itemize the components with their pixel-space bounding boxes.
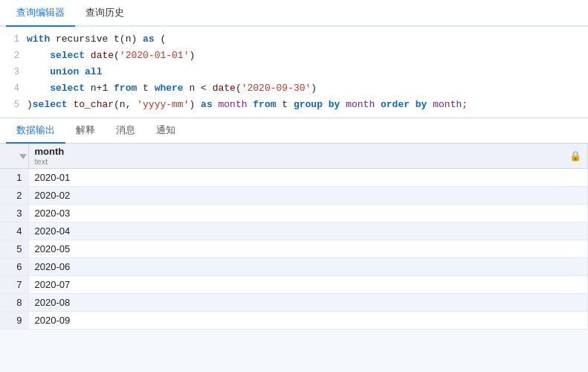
- lock-icon: 🔒: [569, 150, 581, 161]
- code-token: from: [253, 99, 276, 110]
- row-number: 6: [0, 258, 28, 276]
- code-token: ): [311, 83, 317, 94]
- tab-query-editor[interactable]: 查询编辑器: [6, 1, 75, 27]
- row-number: 4: [0, 222, 28, 240]
- code-token: recursive t(n): [50, 33, 143, 45]
- table-cell-month: 2020-02: [28, 187, 588, 205]
- code-line-2: 2 select date('2020-01-01'): [0, 48, 588, 64]
- table-cell-month: 2020-09: [28, 312, 588, 330]
- code-token: (: [155, 33, 167, 45]
- row-number: 2: [0, 187, 28, 205]
- table-row: 72020-07: [0, 276, 588, 294]
- code-token: date: [91, 50, 114, 61]
- row-number: 9: [0, 312, 28, 330]
- top-tab-bar: 查询编辑器 查询历史: [0, 0, 588, 27]
- table-row: 32020-03: [0, 205, 588, 222]
- line-number: 1: [0, 31, 27, 48]
- column-type: text: [35, 157, 65, 166]
- code-line-3: 3 union all: [0, 64, 588, 80]
- code-token: (: [114, 50, 120, 61]
- column-name: month: [35, 146, 65, 157]
- code-line-4: 4 select n+1 from t where n < date('2020…: [0, 80, 588, 97]
- code-token: date: [213, 83, 236, 94]
- code-token: select: [33, 99, 68, 110]
- table-cell-month: 2020-05: [28, 240, 588, 258]
- code-token: t: [277, 99, 294, 110]
- table-row: 52020-05: [0, 240, 588, 258]
- code-text: select date('2020-01-01'): [27, 48, 195, 64]
- table-cell-month: 2020-07: [28, 276, 588, 294]
- row-number: 7: [0, 276, 28, 294]
- code-token: all: [85, 66, 102, 77]
- sql-editor[interactable]: 1with recursive t(n) as (2 select date('…: [0, 27, 588, 118]
- row-number: 5: [0, 240, 28, 258]
- code-token: ): [27, 99, 33, 110]
- table-row: 82020-08: [0, 294, 588, 312]
- code-token: t: [137, 83, 154, 94]
- code-token: [79, 66, 85, 77]
- table-cell-month: 2020-06: [28, 258, 588, 276]
- code-token: to_char: [73, 99, 114, 110]
- column-header-month[interactable]: monthtext🔒: [28, 144, 588, 169]
- line-number: 5: [0, 97, 27, 113]
- code-token: with: [27, 33, 50, 45]
- tab-data-output[interactable]: 数据输出: [6, 119, 65, 144]
- bottom-tab-bar: 数据输出 解释 消息 通知: [0, 118, 588, 144]
- line-number: 3: [0, 64, 27, 80]
- code-token: ): [189, 50, 195, 61]
- code-token: (: [236, 83, 242, 94]
- table-cell-month: 2020-03: [28, 205, 588, 222]
- line-number: 4: [0, 80, 27, 97]
- row-number: 8: [0, 294, 28, 312]
- code-token: 'yyyy-mm': [137, 99, 189, 110]
- code-line-1: 1with recursive t(n) as (: [0, 31, 588, 48]
- code-token: n <: [184, 83, 213, 94]
- row-num-header: [0, 144, 28, 169]
- code-token: [85, 50, 91, 61]
- table-cell-month: 2020-01: [28, 169, 588, 187]
- code-text: union all: [27, 64, 102, 80]
- tab-query-history[interactable]: 查询历史: [75, 1, 135, 27]
- code-token: [323, 99, 329, 110]
- code-token: month;: [427, 99, 468, 110]
- code-token: select: [27, 50, 85, 61]
- row-number: 1: [0, 169, 28, 187]
- table-row: 42020-04: [0, 222, 588, 240]
- code-token: month: [340, 99, 381, 110]
- code-line-5: 5)select to_char(n, 'yyyy-mm') as month …: [0, 97, 588, 113]
- table-row: 22020-02: [0, 187, 588, 205]
- code-text: select n+1 from t where n < date('2020-0…: [27, 80, 317, 97]
- code-token: by: [416, 99, 427, 110]
- code-text: with recursive t(n) as (: [27, 31, 166, 48]
- code-text: )select to_char(n, 'yyyy-mm') as month f…: [27, 97, 468, 113]
- code-token: '2020-01-01': [120, 50, 190, 61]
- code-token: as: [143, 33, 155, 45]
- code-token: month: [213, 99, 253, 110]
- tab-notifications[interactable]: 通知: [146, 119, 186, 144]
- code-token: (n,: [114, 99, 137, 110]
- table-cell-month: 2020-04: [28, 222, 588, 240]
- tab-explain[interactable]: 解释: [65, 119, 106, 144]
- code-token: from: [114, 83, 137, 94]
- data-output-panel: monthtext🔒12020-0122020-0232020-0342020-…: [0, 144, 588, 372]
- table-row: 92020-09: [0, 312, 588, 330]
- code-token: ): [189, 99, 201, 110]
- table-row: 62020-06: [0, 258, 588, 276]
- tab-messages[interactable]: 消息: [106, 119, 146, 144]
- line-number: 2: [0, 48, 27, 64]
- code-token: [410, 99, 416, 110]
- code-token: order: [381, 99, 410, 110]
- code-token: as: [201, 99, 213, 110]
- code-token: select: [27, 83, 85, 94]
- result-table: monthtext🔒12020-0122020-0232020-0342020-…: [0, 144, 588, 330]
- code-token: group: [294, 99, 323, 110]
- table-row: 12020-01: [0, 169, 588, 187]
- sort-triangle-icon: [19, 154, 27, 159]
- code-token: '2020-09-30': [242, 83, 311, 94]
- code-token: union: [27, 66, 79, 77]
- table-cell-month: 2020-08: [28, 294, 588, 312]
- code-token: by: [329, 99, 340, 110]
- code-token: n+1: [85, 83, 114, 94]
- code-token: where: [155, 83, 184, 94]
- row-number: 3: [0, 205, 28, 222]
